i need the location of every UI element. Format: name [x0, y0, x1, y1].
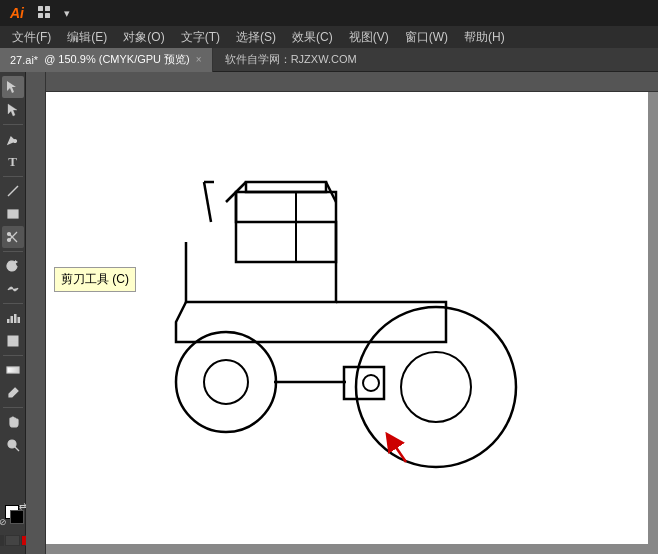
screen-mode-1[interactable] — [0, 535, 4, 546]
divider-1 — [3, 124, 23, 125]
menu-edit[interactable]: 编辑(E) — [59, 26, 115, 48]
menu-window[interactable]: 窗口(W) — [397, 26, 456, 48]
type-tool-button[interactable]: T — [2, 151, 24, 173]
svg-rect-8 — [8, 210, 18, 218]
zoom-tool-button[interactable] — [2, 434, 24, 456]
menu-effect[interactable]: 效果(C) — [284, 26, 341, 48]
ai-logo: Ai — [6, 5, 28, 21]
none-icon: ⊘ — [0, 517, 7, 527]
menu-select[interactable]: 选择(S) — [228, 26, 284, 48]
svg-line-24 — [15, 447, 19, 451]
ruler-vertical — [26, 72, 46, 554]
document-tab[interactable]: 27.ai* @ 150.9% (CMYK/GPU 预览) × — [0, 48, 213, 72]
svg-point-35 — [204, 360, 248, 404]
toolbar: T — [0, 72, 26, 554]
svg-point-34 — [176, 332, 276, 432]
eyedropper-tool-button[interactable] — [2, 382, 24, 404]
warp-tool-button[interactable] — [2, 278, 24, 300]
scissors-tool-button[interactable] — [2, 226, 24, 248]
svg-line-32 — [204, 182, 211, 222]
svg-line-7 — [8, 186, 18, 196]
select-tool-button[interactable] — [2, 76, 24, 98]
divider-4 — [3, 303, 23, 304]
svg-marker-5 — [8, 104, 17, 116]
tab-name: 27.ai* — [10, 54, 38, 66]
menu-type[interactable]: 文字(T) — [173, 26, 228, 48]
menu-view[interactable]: 视图(V) — [341, 26, 397, 48]
rotate-tool-button[interactable] — [2, 255, 24, 277]
divider-2 — [3, 176, 23, 177]
svg-rect-14 — [7, 319, 10, 323]
grid-icon[interactable] — [36, 4, 54, 22]
tab-info: @ 150.9% (CMYK/GPU 预览) — [44, 52, 190, 67]
menu-file[interactable]: 文件(F) — [4, 26, 59, 48]
direct-select-tool-button[interactable] — [2, 99, 24, 121]
svg-point-6 — [13, 140, 16, 143]
menu-help[interactable]: 帮助(H) — [456, 26, 513, 48]
canvas-paper[interactable] — [46, 92, 648, 544]
svg-rect-0 — [38, 6, 43, 11]
svg-point-10 — [7, 239, 10, 242]
svg-rect-15 — [10, 316, 13, 323]
svg-rect-16 — [14, 314, 17, 323]
ruler-horizontal — [26, 72, 658, 92]
svg-point-36 — [356, 307, 516, 467]
svg-marker-13 — [15, 260, 18, 264]
menu-bar: 文件(F) 编辑(E) 对象(O) 文字(T) 选择(S) 效果(C) 视图(V… — [0, 26, 658, 48]
title-bar: Ai ▾ — [0, 0, 658, 26]
graph-tool-button[interactable] — [2, 307, 24, 329]
divider-5 — [3, 355, 23, 356]
screen-mode-2[interactable] — [5, 535, 20, 546]
mesh-tool-button[interactable] — [2, 330, 24, 352]
svg-rect-2 — [38, 13, 43, 18]
arrow-down-icon[interactable]: ▾ — [58, 4, 76, 22]
site-text: 软件自学网：RJZXW.COM — [213, 52, 369, 67]
main-layout: T — [0, 72, 658, 554]
svg-rect-3 — [45, 13, 50, 18]
divider-3 — [3, 251, 23, 252]
divider-6 — [3, 407, 23, 408]
svg-rect-27 — [246, 182, 326, 192]
tab-bar: 27.ai* @ 150.9% (CMYK/GPU 预览) × 软件自学网：RJ… — [0, 48, 658, 72]
svg-rect-17 — [17, 317, 20, 323]
title-bar-icons: ▾ — [36, 4, 76, 22]
stroke-swatch[interactable] — [10, 510, 24, 524]
svg-marker-4 — [7, 81, 16, 93]
tractor-illustration — [96, 122, 596, 502]
rect-tool-button[interactable] — [2, 203, 24, 225]
gradient-tool-button[interactable] — [2, 359, 24, 381]
svg-rect-28 — [236, 192, 336, 262]
svg-rect-21 — [7, 367, 19, 373]
tab-close-button[interactable]: × — [196, 54, 202, 65]
pen-tool-button[interactable] — [2, 128, 24, 150]
hand-tool-button[interactable] — [2, 411, 24, 433]
svg-point-37 — [401, 352, 471, 422]
svg-point-40 — [363, 375, 379, 391]
canvas-area: 剪刀工具 (C) — [26, 72, 658, 554]
line-tool-button[interactable] — [2, 180, 24, 202]
svg-rect-1 — [45, 6, 50, 11]
menu-object[interactable]: 对象(O) — [115, 26, 172, 48]
svg-point-9 — [7, 233, 10, 236]
